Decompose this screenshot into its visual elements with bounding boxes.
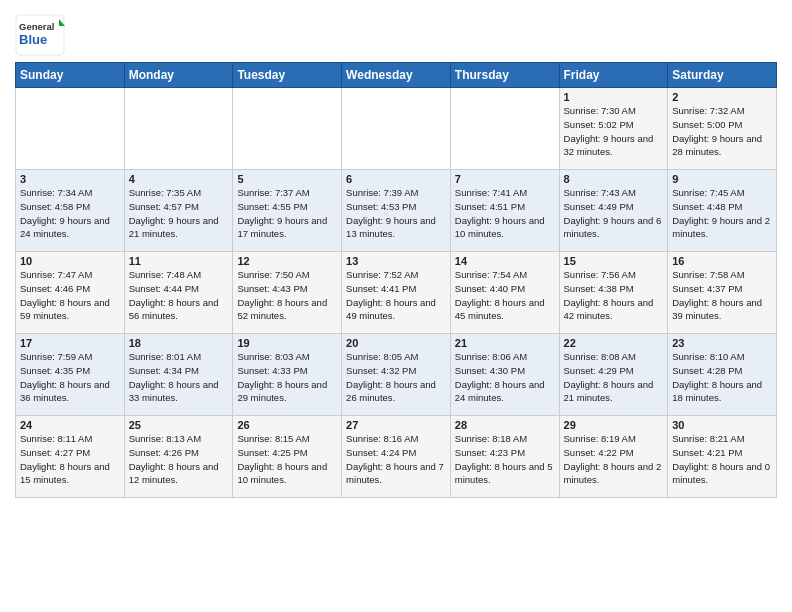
day-number: 8: [564, 173, 664, 185]
day-number: 18: [129, 337, 229, 349]
calendar-table: SundayMondayTuesdayWednesdayThursdayFrid…: [15, 62, 777, 498]
day-number: 22: [564, 337, 664, 349]
calendar-cell: 17Sunrise: 7:59 AM Sunset: 4:35 PM Dayli…: [16, 334, 125, 416]
day-number: 13: [346, 255, 446, 267]
day-number: 16: [672, 255, 772, 267]
day-number: 21: [455, 337, 555, 349]
day-info: Sunrise: 7:52 AM Sunset: 4:41 PM Dayligh…: [346, 268, 446, 323]
day-info: Sunrise: 8:11 AM Sunset: 4:27 PM Dayligh…: [20, 432, 120, 487]
day-info: Sunrise: 8:21 AM Sunset: 4:21 PM Dayligh…: [672, 432, 772, 487]
day-number: 23: [672, 337, 772, 349]
day-number: 3: [20, 173, 120, 185]
logo-svg: General Blue: [15, 14, 65, 56]
day-info: Sunrise: 8:10 AM Sunset: 4:28 PM Dayligh…: [672, 350, 772, 405]
day-number: 6: [346, 173, 446, 185]
calendar-week-row: 17Sunrise: 7:59 AM Sunset: 4:35 PM Dayli…: [16, 334, 777, 416]
day-info: Sunrise: 7:50 AM Sunset: 4:43 PM Dayligh…: [237, 268, 337, 323]
day-info: Sunrise: 7:37 AM Sunset: 4:55 PM Dayligh…: [237, 186, 337, 241]
calendar-cell: 5Sunrise: 7:37 AM Sunset: 4:55 PM Daylig…: [233, 170, 342, 252]
header-day: Thursday: [450, 63, 559, 88]
header-day: Saturday: [668, 63, 777, 88]
day-info: Sunrise: 7:43 AM Sunset: 4:49 PM Dayligh…: [564, 186, 664, 241]
day-number: 30: [672, 419, 772, 431]
day-number: 17: [20, 337, 120, 349]
day-number: 26: [237, 419, 337, 431]
day-info: Sunrise: 7:45 AM Sunset: 4:48 PM Dayligh…: [672, 186, 772, 241]
header-day: Sunday: [16, 63, 125, 88]
calendar-cell: 27Sunrise: 8:16 AM Sunset: 4:24 PM Dayli…: [342, 416, 451, 498]
calendar-cell: 24Sunrise: 8:11 AM Sunset: 4:27 PM Dayli…: [16, 416, 125, 498]
day-number: 29: [564, 419, 664, 431]
day-info: Sunrise: 8:01 AM Sunset: 4:34 PM Dayligh…: [129, 350, 229, 405]
logo: General Blue: [15, 14, 65, 56]
day-number: 27: [346, 419, 446, 431]
day-info: Sunrise: 7:35 AM Sunset: 4:57 PM Dayligh…: [129, 186, 229, 241]
calendar-cell: 6Sunrise: 7:39 AM Sunset: 4:53 PM Daylig…: [342, 170, 451, 252]
day-number: 9: [672, 173, 772, 185]
header-row: SundayMondayTuesdayWednesdayThursdayFrid…: [16, 63, 777, 88]
calendar-cell: 18Sunrise: 8:01 AM Sunset: 4:34 PM Dayli…: [124, 334, 233, 416]
day-info: Sunrise: 8:15 AM Sunset: 4:25 PM Dayligh…: [237, 432, 337, 487]
day-info: Sunrise: 7:32 AM Sunset: 5:00 PM Dayligh…: [672, 104, 772, 159]
day-info: Sunrise: 8:16 AM Sunset: 4:24 PM Dayligh…: [346, 432, 446, 487]
calendar-cell: 30Sunrise: 8:21 AM Sunset: 4:21 PM Dayli…: [668, 416, 777, 498]
day-info: Sunrise: 7:30 AM Sunset: 5:02 PM Dayligh…: [564, 104, 664, 159]
calendar-week-row: 24Sunrise: 8:11 AM Sunset: 4:27 PM Dayli…: [16, 416, 777, 498]
day-number: 7: [455, 173, 555, 185]
calendar-cell: 2Sunrise: 7:32 AM Sunset: 5:00 PM Daylig…: [668, 88, 777, 170]
day-number: 5: [237, 173, 337, 185]
calendar-cell: 20Sunrise: 8:05 AM Sunset: 4:32 PM Dayli…: [342, 334, 451, 416]
day-number: 4: [129, 173, 229, 185]
day-info: Sunrise: 7:34 AM Sunset: 4:58 PM Dayligh…: [20, 186, 120, 241]
calendar-cell: 23Sunrise: 8:10 AM Sunset: 4:28 PM Dayli…: [668, 334, 777, 416]
day-number: 28: [455, 419, 555, 431]
calendar-week-row: 1Sunrise: 7:30 AM Sunset: 5:02 PM Daylig…: [16, 88, 777, 170]
day-number: 12: [237, 255, 337, 267]
calendar-cell: [124, 88, 233, 170]
calendar-header: SundayMondayTuesdayWednesdayThursdayFrid…: [16, 63, 777, 88]
calendar-cell: 3Sunrise: 7:34 AM Sunset: 4:58 PM Daylig…: [16, 170, 125, 252]
day-number: 1: [564, 91, 664, 103]
day-info: Sunrise: 7:39 AM Sunset: 4:53 PM Dayligh…: [346, 186, 446, 241]
calendar-cell: 10Sunrise: 7:47 AM Sunset: 4:46 PM Dayli…: [16, 252, 125, 334]
header-day: Tuesday: [233, 63, 342, 88]
day-number: 14: [455, 255, 555, 267]
day-info: Sunrise: 7:48 AM Sunset: 4:44 PM Dayligh…: [129, 268, 229, 323]
header: General Blue: [15, 10, 777, 56]
calendar-cell: 22Sunrise: 8:08 AM Sunset: 4:29 PM Dayli…: [559, 334, 668, 416]
day-info: Sunrise: 7:41 AM Sunset: 4:51 PM Dayligh…: [455, 186, 555, 241]
day-info: Sunrise: 8:18 AM Sunset: 4:23 PM Dayligh…: [455, 432, 555, 487]
day-number: 2: [672, 91, 772, 103]
day-info: Sunrise: 8:06 AM Sunset: 4:30 PM Dayligh…: [455, 350, 555, 405]
calendar-cell: 16Sunrise: 7:58 AM Sunset: 4:37 PM Dayli…: [668, 252, 777, 334]
calendar-cell: 15Sunrise: 7:56 AM Sunset: 4:38 PM Dayli…: [559, 252, 668, 334]
calendar-body: 1Sunrise: 7:30 AM Sunset: 5:02 PM Daylig…: [16, 88, 777, 498]
day-info: Sunrise: 8:13 AM Sunset: 4:26 PM Dayligh…: [129, 432, 229, 487]
calendar-cell: [16, 88, 125, 170]
calendar-cell: 4Sunrise: 7:35 AM Sunset: 4:57 PM Daylig…: [124, 170, 233, 252]
day-number: 20: [346, 337, 446, 349]
calendar-week-row: 10Sunrise: 7:47 AM Sunset: 4:46 PM Dayli…: [16, 252, 777, 334]
calendar-cell: 29Sunrise: 8:19 AM Sunset: 4:22 PM Dayli…: [559, 416, 668, 498]
calendar-cell: 28Sunrise: 8:18 AM Sunset: 4:23 PM Dayli…: [450, 416, 559, 498]
day-info: Sunrise: 8:08 AM Sunset: 4:29 PM Dayligh…: [564, 350, 664, 405]
day-info: Sunrise: 8:03 AM Sunset: 4:33 PM Dayligh…: [237, 350, 337, 405]
calendar-cell: 13Sunrise: 7:52 AM Sunset: 4:41 PM Dayli…: [342, 252, 451, 334]
calendar-cell: 14Sunrise: 7:54 AM Sunset: 4:40 PM Dayli…: [450, 252, 559, 334]
header-day: Friday: [559, 63, 668, 88]
calendar-cell: 25Sunrise: 8:13 AM Sunset: 4:26 PM Dayli…: [124, 416, 233, 498]
day-number: 24: [20, 419, 120, 431]
calendar-week-row: 3Sunrise: 7:34 AM Sunset: 4:58 PM Daylig…: [16, 170, 777, 252]
calendar-cell: 11Sunrise: 7:48 AM Sunset: 4:44 PM Dayli…: [124, 252, 233, 334]
calendar-cell: 12Sunrise: 7:50 AM Sunset: 4:43 PM Dayli…: [233, 252, 342, 334]
calendar-cell: 8Sunrise: 7:43 AM Sunset: 4:49 PM Daylig…: [559, 170, 668, 252]
calendar-cell: 7Sunrise: 7:41 AM Sunset: 4:51 PM Daylig…: [450, 170, 559, 252]
day-info: Sunrise: 7:58 AM Sunset: 4:37 PM Dayligh…: [672, 268, 772, 323]
day-info: Sunrise: 8:19 AM Sunset: 4:22 PM Dayligh…: [564, 432, 664, 487]
calendar-cell: [342, 88, 451, 170]
day-number: 11: [129, 255, 229, 267]
day-number: 15: [564, 255, 664, 267]
header-day: Wednesday: [342, 63, 451, 88]
day-info: Sunrise: 7:59 AM Sunset: 4:35 PM Dayligh…: [20, 350, 120, 405]
svg-text:Blue: Blue: [19, 32, 47, 47]
